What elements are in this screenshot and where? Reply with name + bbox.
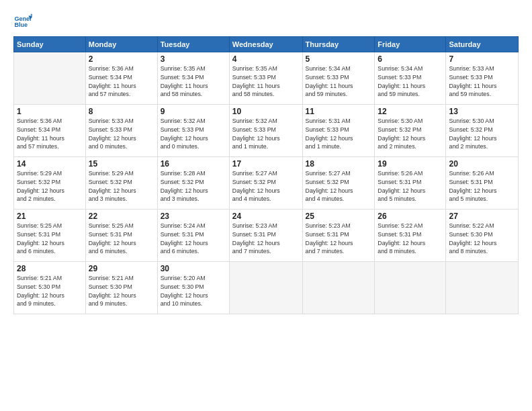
calendar-row: 1Sunrise: 5:36 AMSunset: 5:34 PMDaylight… bbox=[14, 105, 519, 157]
logo: General Blue bbox=[13, 12, 32, 31]
calendar-cell: 16Sunrise: 5:28 AMSunset: 5:32 PMDayligh… bbox=[157, 157, 229, 210]
day-info: Sunrise: 5:23 AMSunset: 5:31 PMDaylight:… bbox=[232, 222, 300, 256]
day-number: 27 bbox=[449, 212, 515, 221]
day-number: 17 bbox=[232, 159, 300, 169]
day-number: 23 bbox=[161, 212, 226, 221]
day-number: 12 bbox=[378, 107, 443, 116]
day-number: 28 bbox=[17, 264, 83, 273]
day-number: 24 bbox=[232, 212, 300, 221]
calendar-cell: 28Sunrise: 5:21 AMSunset: 5:30 PMDayligh… bbox=[14, 262, 86, 314]
day-number: 18 bbox=[306, 159, 372, 169]
day-info: Sunrise: 5:21 AMSunset: 5:30 PMDaylight:… bbox=[17, 274, 83, 308]
day-info: Sunrise: 5:29 AMSunset: 5:32 PMDaylight:… bbox=[17, 169, 83, 203]
day-info: Sunrise: 5:34 AMSunset: 5:33 PMDaylight:… bbox=[306, 64, 372, 99]
calendar-cell bbox=[375, 262, 446, 314]
calendar-cell: 30Sunrise: 5:20 AMSunset: 5:30 PMDayligh… bbox=[157, 262, 229, 314]
calendar-cell bbox=[229, 262, 302, 314]
calendar-cell: 17Sunrise: 5:27 AMSunset: 5:32 PMDayligh… bbox=[229, 157, 302, 210]
header: General Blue bbox=[13, 12, 519, 31]
calendar-cell: 5Sunrise: 5:34 AMSunset: 5:33 PMDaylight… bbox=[302, 52, 375, 105]
day-info: Sunrise: 5:21 AMSunset: 5:30 PMDaylight:… bbox=[89, 274, 154, 308]
day-info: Sunrise: 5:27 AMSunset: 5:32 PMDaylight:… bbox=[232, 169, 300, 203]
calendar-cell: 22Sunrise: 5:25 AMSunset: 5:31 PMDayligh… bbox=[85, 210, 157, 262]
calendar-cell: 7Sunrise: 5:33 AMSunset: 5:33 PMDaylight… bbox=[446, 52, 519, 105]
calendar-cell: 19Sunrise: 5:26 AMSunset: 5:31 PMDayligh… bbox=[375, 157, 446, 210]
day-number: 20 bbox=[449, 159, 515, 169]
calendar-page: General Blue SundayMondayTuesdayWednesda… bbox=[0, 0, 532, 411]
calendar-cell: 11Sunrise: 5:31 AMSunset: 5:33 PMDayligh… bbox=[302, 105, 375, 157]
day-info: Sunrise: 5:33 AMSunset: 5:33 PMDaylight:… bbox=[449, 64, 515, 99]
day-number: 14 bbox=[17, 159, 83, 169]
day-number: 21 bbox=[17, 212, 83, 221]
calendar-row: 28Sunrise: 5:21 AMSunset: 5:30 PMDayligh… bbox=[14, 262, 519, 314]
day-number: 7 bbox=[449, 54, 515, 64]
day-info: Sunrise: 5:28 AMSunset: 5:32 PMDaylight:… bbox=[161, 169, 226, 203]
day-info: Sunrise: 5:24 AMSunset: 5:31 PMDaylight:… bbox=[161, 222, 226, 256]
col-header-monday: Monday bbox=[85, 37, 157, 52]
day-info: Sunrise: 5:34 AMSunset: 5:33 PMDaylight:… bbox=[378, 64, 443, 99]
day-number: 4 bbox=[232, 54, 300, 64]
calendar-cell: 15Sunrise: 5:29 AMSunset: 5:32 PMDayligh… bbox=[85, 157, 157, 210]
day-info: Sunrise: 5:35 AMSunset: 5:33 PMDaylight:… bbox=[232, 64, 300, 99]
day-info: Sunrise: 5:20 AMSunset: 5:30 PMDaylight:… bbox=[161, 274, 226, 308]
day-info: Sunrise: 5:32 AMSunset: 5:33 PMDaylight:… bbox=[232, 117, 300, 151]
calendar-cell: 27Sunrise: 5:22 AMSunset: 5:30 PMDayligh… bbox=[446, 210, 519, 262]
col-header-wednesday: Wednesday bbox=[229, 37, 302, 52]
svg-text:Blue: Blue bbox=[14, 21, 28, 28]
day-number: 29 bbox=[89, 264, 154, 273]
calendar-cell: 4Sunrise: 5:35 AMSunset: 5:33 PMDaylight… bbox=[229, 52, 302, 105]
calendar-cell: 3Sunrise: 5:35 AMSunset: 5:34 PMDaylight… bbox=[157, 52, 229, 105]
day-number: 25 bbox=[306, 212, 372, 221]
calendar-table: SundayMondayTuesdayWednesdayThursdayFrid… bbox=[13, 36, 519, 314]
day-info: Sunrise: 5:32 AMSunset: 5:33 PMDaylight:… bbox=[161, 117, 226, 151]
day-number: 13 bbox=[449, 107, 515, 116]
day-number: 26 bbox=[378, 212, 443, 221]
calendar-cell: 29Sunrise: 5:21 AMSunset: 5:30 PMDayligh… bbox=[85, 262, 157, 314]
calendar-cell: 6Sunrise: 5:34 AMSunset: 5:33 PMDaylight… bbox=[375, 52, 446, 105]
calendar-cell: 21Sunrise: 5:25 AMSunset: 5:31 PMDayligh… bbox=[14, 210, 86, 262]
day-info: Sunrise: 5:31 AMSunset: 5:33 PMDaylight:… bbox=[306, 117, 372, 151]
day-number: 11 bbox=[306, 107, 372, 116]
calendar-cell: 13Sunrise: 5:30 AMSunset: 5:32 PMDayligh… bbox=[446, 105, 519, 157]
calendar-cell: 12Sunrise: 5:30 AMSunset: 5:32 PMDayligh… bbox=[375, 105, 446, 157]
calendar-cell: 14Sunrise: 5:29 AMSunset: 5:32 PMDayligh… bbox=[14, 157, 86, 210]
day-number: 8 bbox=[89, 107, 154, 116]
day-number: 1 bbox=[17, 107, 83, 116]
day-info: Sunrise: 5:36 AMSunset: 5:34 PMDaylight:… bbox=[17, 117, 83, 151]
calendar-cell bbox=[302, 262, 375, 314]
day-info: Sunrise: 5:23 AMSunset: 5:31 PMDaylight:… bbox=[306, 222, 372, 256]
day-number: 22 bbox=[89, 212, 154, 221]
day-info: Sunrise: 5:36 AMSunset: 5:34 PMDaylight:… bbox=[89, 64, 154, 99]
day-number: 30 bbox=[161, 264, 226, 273]
day-info: Sunrise: 5:26 AMSunset: 5:31 PMDaylight:… bbox=[449, 169, 515, 203]
logo-icon: General Blue bbox=[13, 12, 32, 31]
calendar-cell: 24Sunrise: 5:23 AMSunset: 5:31 PMDayligh… bbox=[229, 210, 302, 262]
calendar-cell bbox=[14, 52, 86, 105]
calendar-row: 2Sunrise: 5:36 AMSunset: 5:34 PMDaylight… bbox=[14, 52, 519, 105]
day-number: 10 bbox=[232, 107, 300, 116]
col-header-sunday: Sunday bbox=[14, 37, 86, 52]
day-number: 2 bbox=[89, 54, 154, 64]
col-header-saturday: Saturday bbox=[446, 37, 519, 52]
day-info: Sunrise: 5:25 AMSunset: 5:31 PMDaylight:… bbox=[89, 222, 154, 256]
col-header-tuesday: Tuesday bbox=[157, 37, 229, 52]
day-number: 6 bbox=[378, 54, 443, 64]
day-info: Sunrise: 5:35 AMSunset: 5:34 PMDaylight:… bbox=[161, 64, 226, 99]
day-info: Sunrise: 5:22 AMSunset: 5:30 PMDaylight:… bbox=[449, 222, 515, 256]
day-number: 5 bbox=[306, 54, 372, 64]
day-number: 19 bbox=[378, 159, 443, 169]
calendar-cell: 8Sunrise: 5:33 AMSunset: 5:33 PMDaylight… bbox=[85, 105, 157, 157]
day-number: 15 bbox=[89, 159, 154, 169]
calendar-cell bbox=[446, 262, 519, 314]
calendar-cell: 18Sunrise: 5:27 AMSunset: 5:32 PMDayligh… bbox=[302, 157, 375, 210]
col-header-friday: Friday bbox=[375, 37, 446, 52]
calendar-cell: 10Sunrise: 5:32 AMSunset: 5:33 PMDayligh… bbox=[229, 105, 302, 157]
calendar-row: 21Sunrise: 5:25 AMSunset: 5:31 PMDayligh… bbox=[14, 210, 519, 262]
calendar-cell: 26Sunrise: 5:22 AMSunset: 5:31 PMDayligh… bbox=[375, 210, 446, 262]
day-info: Sunrise: 5:30 AMSunset: 5:32 PMDaylight:… bbox=[449, 117, 515, 151]
calendar-cell: 1Sunrise: 5:36 AMSunset: 5:34 PMDaylight… bbox=[14, 105, 86, 157]
calendar-row: 14Sunrise: 5:29 AMSunset: 5:32 PMDayligh… bbox=[14, 157, 519, 210]
calendar-cell: 23Sunrise: 5:24 AMSunset: 5:31 PMDayligh… bbox=[157, 210, 229, 262]
day-number: 3 bbox=[161, 54, 226, 64]
calendar-cell: 25Sunrise: 5:23 AMSunset: 5:31 PMDayligh… bbox=[302, 210, 375, 262]
